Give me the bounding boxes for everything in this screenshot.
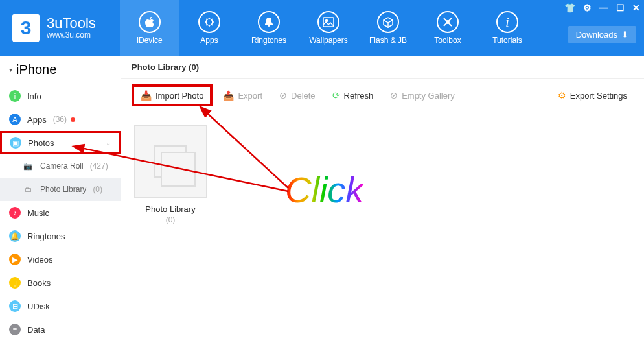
camera-icon: 📷 [22, 160, 34, 172]
apps-icon [198, 11, 220, 33]
delete-button[interactable]: ⊘ Delete [273, 87, 322, 104]
skin-icon[interactable]: 👕 [564, 3, 575, 13]
sidebar-item-label: Photo Library [40, 185, 86, 194]
downloads-button[interactable]: Downloads ⬇ [568, 26, 636, 43]
nav-tab-apps[interactable]: Apps [179, 0, 239, 56]
info-icon: i [496, 11, 518, 33]
logo-text: 3uTools www.3u.com [47, 16, 96, 40]
brand-url: www.3u.com [47, 30, 96, 40]
info-icon: i [9, 90, 21, 102]
album-thumbnail [134, 125, 207, 198]
nav-label: Ringtones [251, 36, 286, 45]
nav-label: Flash & JB [369, 36, 407, 45]
album-count: (0) [134, 215, 207, 224]
import-photo-button[interactable]: 📥 Import Photo [132, 84, 213, 106]
sidebar-item-label: Camera Roll [40, 162, 84, 171]
sidebar-item-photos[interactable]: ▣ Photos ⌄ [0, 131, 121, 154]
album-name: Photo Library [134, 204, 207, 214]
export-settings-button[interactable]: ⚙ Export Settings [551, 87, 634, 104]
sidebar-item-label: UDisk [27, 302, 50, 311]
camera-roll-count: (427) [90, 162, 108, 171]
import-icon: 📥 [141, 90, 152, 101]
apps-count: (36) [53, 115, 67, 124]
apple-icon [139, 11, 161, 33]
sidebar-item-photo-library[interactable]: 🗀 Photo Library (0) [0, 178, 121, 201]
button-label: Export Settings [570, 91, 627, 101]
folder-icon: 🗀 [22, 184, 34, 195]
sidebar-item-label: Videos [27, 255, 53, 265]
refresh-icon: ⟳ [332, 90, 340, 101]
sidebar: ▾ iPhone i Info A Apps (36) ▣ Photos ⌄ 📷… [0, 56, 121, 347]
export-button[interactable]: 📤 Export [216, 87, 269, 104]
close-button[interactable]: ✕ [632, 3, 640, 13]
sidebar-item-camera-roll[interactable]: 📷 Camera Roll (427) [0, 154, 121, 178]
sidebar-item-udisk[interactable]: ⊟ UDisk [0, 294, 121, 318]
maximize-button[interactable]: ☐ [616, 3, 625, 13]
sidebar-item-label: Data [27, 325, 45, 335]
dropdown-icon: ▾ [9, 66, 12, 73]
gear-icon: ⚙ [558, 90, 566, 101]
nav-tab-ringtones[interactable]: Ringtones [239, 0, 299, 56]
button-label: Refresh [344, 91, 374, 101]
refresh-button[interactable]: ⟳ Refresh [326, 87, 380, 104]
nav-tab-tutorials[interactable]: i Tutorials [477, 0, 537, 56]
content-title: Photo Library (0) [121, 56, 644, 78]
bell-icon: 🔔 [9, 230, 21, 242]
button-label: Empty Gallery [402, 91, 455, 101]
nav-label: iDevice [137, 36, 162, 45]
nav-tab-flashjb[interactable]: Flash & JB [358, 0, 418, 56]
box-icon [377, 11, 399, 33]
tools-icon [437, 11, 459, 33]
nav-tab-idevice[interactable]: iDevice [120, 0, 179, 56]
sidebar-item-info[interactable]: i Info [0, 84, 121, 108]
button-label: Export [238, 91, 262, 101]
bell-icon [258, 11, 280, 33]
sidebar-item-label: Books [27, 278, 51, 288]
app-header: 3 3uTools www.3u.com iDevice Apps Ringto… [0, 0, 644, 56]
svg-point-3 [446, 21, 449, 23]
empty-icon: ⊘ [390, 90, 398, 101]
sidebar-item-apps[interactable]: A Apps (36) [0, 108, 121, 131]
apps-icon: A [9, 114, 21, 125]
music-icon: ♪ [9, 207, 21, 219]
settings-icon[interactable]: ⚙ [583, 3, 592, 13]
logo-icon: 3 [12, 14, 40, 42]
chevron-down-icon: ⌄ [106, 139, 111, 147]
sidebar-item-music[interactable]: ♪ Music [0, 201, 121, 224]
nav-label: Toolbox [434, 36, 461, 45]
sidebar-item-label: Apps [27, 115, 47, 125]
sidebar-item-label: Photos [28, 138, 54, 148]
brand-name: 3uTools [47, 16, 96, 30]
button-label: Import Photo [155, 91, 203, 101]
nav-label: Wallpapers [309, 36, 348, 45]
nav-tab-wallpapers[interactable]: Wallpapers [299, 0, 358, 56]
album-item[interactable]: Photo Library (0) [134, 125, 207, 224]
update-badge [71, 117, 75, 122]
nav-label: Apps [200, 36, 218, 45]
photo-library-count: (0) [93, 185, 102, 194]
minimize-button[interactable]: ― [599, 3, 608, 13]
device-selector[interactable]: ▾ iPhone [0, 56, 121, 84]
content-area: Photo Library (0) 📥 Import Photo 📤 Expor… [121, 56, 644, 347]
sidebar-item-books[interactable]: ▯ Books [0, 271, 121, 294]
photos-icon: ▣ [10, 137, 21, 149]
device-name: iPhone [16, 62, 56, 77]
window-controls: 👕 ⚙ ― ☐ ✕ [564, 3, 640, 13]
sidebar-item-data[interactable]: ≡ Data [0, 318, 121, 341]
udisk-icon: ⊟ [9, 300, 21, 312]
nav-tab-toolbox[interactable]: Toolbox [418, 0, 477, 56]
sidebar-item-label: Music [27, 208, 49, 218]
logo-section: 3 3uTools www.3u.com [0, 0, 120, 56]
empty-gallery-button[interactable]: ⊘ Empty Gallery [384, 87, 461, 104]
sidebar-item-label: Info [27, 91, 41, 101]
data-icon: ≡ [9, 324, 21, 335]
video-icon: ▶ [9, 254, 21, 265]
sidebar-item-ringtones[interactable]: 🔔 Ringtones [0, 224, 121, 248]
image-icon [317, 11, 339, 33]
sidebar-item-videos[interactable]: ▶ Videos [0, 248, 121, 271]
sidebar-item-label: Ringtones [27, 232, 65, 241]
nav-label: Tutorials [492, 36, 522, 45]
main-area: ▾ iPhone i Info A Apps (36) ▣ Photos ⌄ 📷… [0, 56, 644, 347]
download-icon: ⬇ [621, 30, 628, 40]
gallery-area: Photo Library (0) [121, 112, 644, 237]
